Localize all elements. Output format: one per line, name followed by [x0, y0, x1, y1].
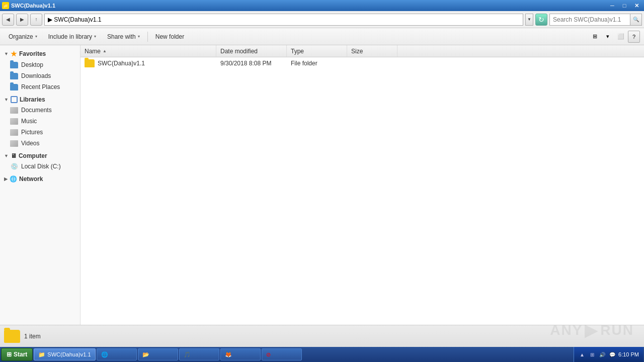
column-size-label: Size	[351, 48, 363, 55]
organize-button[interactable]: Organize ▾	[4, 30, 42, 43]
share-with-arrow: ▾	[138, 34, 140, 39]
recent-places-label: Recent Places	[21, 83, 60, 90]
pictures-label: Pictures	[21, 129, 43, 136]
address-input[interactable]: ▶ SWC(Dahua)v1.1	[44, 14, 523, 26]
file-type: File folder	[291, 60, 317, 67]
file-folder-icon	[85, 59, 95, 67]
maximize-button[interactable]: □	[619, 1, 630, 10]
file-name: SWC(Dahua)v1.1	[98, 60, 145, 67]
search-input[interactable]	[549, 14, 630, 26]
desktop-folder-icon	[10, 61, 18, 69]
libraries-header[interactable]: ▼ Libraries	[0, 95, 80, 105]
column-size-header[interactable]: Size	[347, 45, 397, 57]
taskbar-ie-icon: 🌐	[101, 351, 108, 358]
include-in-library-button[interactable]: Include in library ▾	[44, 30, 101, 43]
taskbar-antivirus-item[interactable]: ⊘	[262, 348, 302, 360]
column-name-header[interactable]: Name ▲	[80, 45, 216, 57]
music-label: Music	[21, 118, 37, 125]
sidebar-item-music[interactable]: Music	[0, 116, 80, 127]
view-dropdown-button[interactable]: ▾	[602, 31, 614, 43]
search-box: 🔍	[549, 14, 642, 26]
network-expand-icon: ▶	[4, 176, 8, 182]
address-dropdown[interactable]: ▼	[525, 14, 533, 26]
taskbar-folder-icon: 📁	[38, 351, 45, 358]
file-row[interactable]: SWC(Dahua)v1.1 9/30/2018 8:08 PM File fo…	[80, 57, 644, 69]
sidebar-item-pictures[interactable]: Pictures	[0, 127, 80, 138]
taskbar-firefox-icon: 🦊	[225, 351, 232, 358]
status-item-count: 1 item	[24, 333, 41, 340]
disk-icon: 💿	[10, 162, 18, 170]
computer-header[interactable]: ▼ 🖥 Computer	[0, 151, 80, 161]
taskbar-ie-item[interactable]: 🌐	[97, 348, 137, 360]
sidebar-item-documents[interactable]: Documents	[0, 105, 80, 116]
taskbar-media-item[interactable]: 🎵	[179, 348, 219, 360]
address-path: ▶ SWC(Dahua)v1.1	[48, 16, 101, 23]
main-area: ▼ Favorites Desktop Downloads	[0, 45, 644, 325]
taskbar-window-item[interactable]: 📁 SWC(Dahua)v1.1	[34, 348, 95, 360]
toolbar: Organize ▾ Include in library ▾ Share wi…	[0, 28, 644, 45]
file-cell-date: 9/30/2018 8:08 PM	[216, 57, 287, 69]
network-label: Network	[19, 175, 43, 183]
tray-volume-icon[interactable]: 🔊	[598, 350, 606, 358]
windows-logo: ⊞	[7, 351, 12, 358]
libraries-label: Libraries	[20, 96, 45, 103]
minimize-button[interactable]: ─	[607, 1, 618, 10]
address-bar: ◀ ▶ ↑ ▶ SWC(Dahua)v1.1 ▼ ↻ 🔍	[0, 11, 644, 28]
taskbar-window-label: SWC(Dahua)v1.1	[47, 351, 91, 357]
toolbar-divider	[147, 32, 148, 42]
start-button[interactable]: ⊞ Start	[1, 348, 33, 361]
refresh-button[interactable]: ↻	[535, 14, 547, 26]
view-options-button[interactable]: ⊞	[589, 31, 601, 43]
computer-expand-icon: ▼	[4, 153, 9, 158]
favorites-section: ▼ Favorites Desktop Downloads	[0, 48, 80, 93]
column-name-label: Name	[85, 48, 101, 55]
sidebar-item-recent-places[interactable]: Recent Places	[0, 81, 80, 93]
videos-label: Videos	[21, 140, 39, 147]
share-with-button[interactable]: Share with ▾	[103, 30, 144, 43]
local-disk-label: Local Disk (C:)	[21, 163, 61, 170]
up-button[interactable]: ↑	[30, 14, 42, 26]
sidebar-item-videos[interactable]: Videos	[0, 138, 80, 149]
back-button[interactable]: ◀	[2, 14, 14, 26]
preview-pane-button[interactable]: ⬜	[615, 31, 627, 43]
start-label: Start	[14, 351, 27, 358]
network-icon: 🌐	[10, 175, 17, 183]
sidebar-item-local-disk[interactable]: 💿 Local Disk (C:)	[0, 161, 80, 172]
file-date: 9/30/2018 8:08 PM	[220, 60, 271, 67]
tray-action-center-icon[interactable]: 💬	[608, 350, 616, 358]
forward-button[interactable]: ▶	[16, 14, 28, 26]
tray-arrow-icon[interactable]: ▲	[578, 350, 586, 358]
computer-section: ▼ 🖥 Computer 💿 Local Disk (C:)	[0, 151, 80, 172]
libraries-section: ▼ Libraries Documents Music Pi	[0, 95, 80, 149]
status-bar: 1 item	[0, 325, 644, 347]
taskbar-media-icon: 🎵	[184, 351, 191, 358]
view-controls: ⊞ ▾ ⬜ ?	[589, 31, 640, 43]
help-button[interactable]: ?	[628, 31, 640, 43]
videos-folder-icon	[10, 139, 18, 147]
recent-places-folder-icon	[10, 83, 18, 91]
pictures-folder-icon	[10, 128, 18, 136]
taskbar: ⊞ Start 📁 SWC(Dahua)v1.1 🌐 📂 🎵 🦊 ⊘ ▲ ⊞ 🔊…	[0, 347, 644, 362]
desktop-label: Desktop	[21, 61, 43, 68]
taskbar-firefox-item[interactable]: 🦊	[220, 348, 261, 360]
new-folder-button[interactable]: New folder	[151, 30, 189, 43]
favorites-header[interactable]: ▼ Favorites	[0, 48, 80, 59]
documents-label: Documents	[21, 107, 52, 114]
file-list-body: SWC(Dahua)v1.1 9/30/2018 8:08 PM File fo…	[80, 57, 644, 325]
downloads-folder-icon	[10, 72, 18, 80]
taskbar-explorer-item[interactable]: 📂	[138, 348, 178, 360]
sidebar-item-downloads[interactable]: Downloads	[0, 70, 80, 81]
column-type-header[interactable]: Type	[287, 45, 347, 57]
organize-label: Organize	[9, 33, 33, 40]
search-button[interactable]: 🔍	[630, 14, 642, 26]
sidebar-item-desktop[interactable]: Desktop	[0, 59, 80, 70]
sidebar: ▼ Favorites Desktop Downloads	[0, 45, 80, 325]
favorites-label: Favorites	[19, 50, 46, 57]
column-date-header[interactable]: Date modified	[216, 45, 287, 57]
tray-network-icon[interactable]: ⊞	[588, 350, 596, 358]
title-bar: 📁 SWC(Dahua)v1.1 ─ □ ✕	[0, 0, 644, 11]
network-header[interactable]: ▶ 🌐 Network	[0, 174, 80, 184]
column-date-label: Date modified	[220, 48, 258, 55]
window-title: SWC(Dahua)v1.1	[11, 3, 55, 9]
close-button[interactable]: ✕	[631, 1, 642, 10]
